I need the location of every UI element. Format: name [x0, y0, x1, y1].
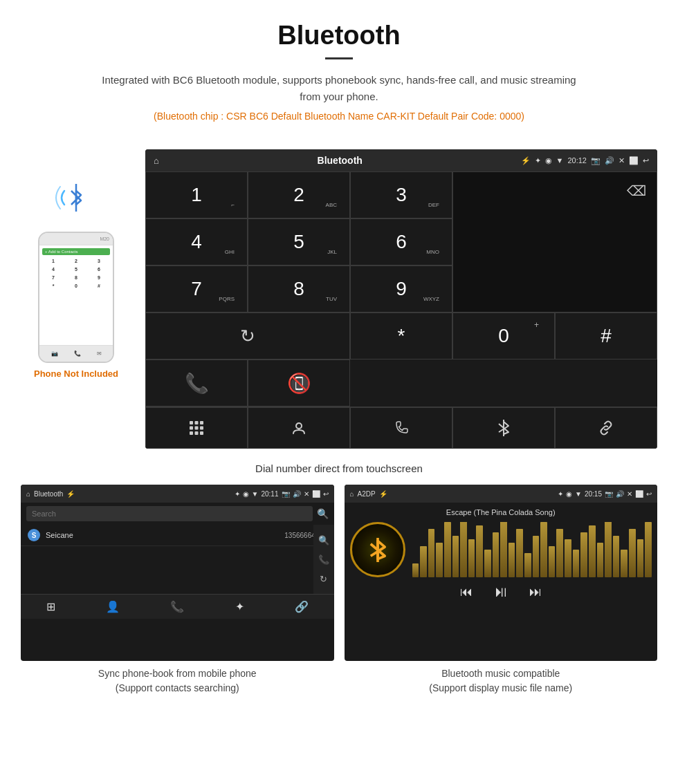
dial-key-4[interactable]: 4 GHI	[145, 218, 248, 265]
pb-bottom-bt-icon[interactable]: ✦	[235, 600, 244, 613]
pb-back-icon[interactable]: ↩	[323, 490, 329, 498]
eq-bar	[573, 550, 580, 577]
dial-key-5[interactable]: 5 JKL	[248, 218, 350, 265]
music-home-icon[interactable]: ⌂	[350, 490, 354, 498]
phone-call-icon: 📞	[74, 351, 81, 357]
music-title: A2DP	[358, 490, 376, 498]
music-main-area	[350, 522, 652, 577]
fast-forward-button[interactable]: ⏭	[529, 585, 542, 599]
pb-sidebar-search-icon[interactable]: 🔍	[318, 535, 329, 545]
pb-home-icon[interactable]: ⌂	[26, 490, 30, 498]
phone-bottom-button[interactable]	[350, 407, 452, 449]
dial-key-star[interactable]: *	[350, 312, 452, 360]
eq-bar	[533, 536, 540, 577]
eq-bar	[621, 550, 627, 577]
eq-bar	[580, 532, 587, 577]
pb-title: Bluetooth	[34, 490, 63, 498]
eq-bar	[629, 529, 636, 577]
music-content-area: Escape (The Pina Colada Song)	[345, 503, 658, 612]
window-icon[interactable]: ⬜	[629, 156, 639, 165]
dial-key-3[interactable]: 3 DEF	[350, 171, 452, 218]
phone-not-included-label: Phone Not Included	[34, 368, 118, 379]
eq-bar	[516, 529, 523, 577]
back-icon[interactable]: ↩	[643, 156, 649, 165]
pb-cam-icon[interactable]: 📷	[282, 490, 290, 498]
music-song-title: Escape (The Pina Colada Song)	[446, 508, 556, 516]
music-bt-icon: ✦	[558, 490, 563, 498]
pb-bottom-link-icon[interactable]: 🔗	[295, 600, 309, 613]
phone-key-6: 6	[88, 265, 110, 273]
phone-key-5: 5	[65, 265, 87, 273]
key-2-main: 2	[293, 184, 304, 206]
play-pause-button[interactable]: ⏯	[493, 583, 508, 601]
phone-bottom-icon	[394, 420, 409, 436]
eq-bar	[476, 525, 483, 577]
svg-rect-3	[200, 421, 203, 424]
music-wifi-icon: ▼	[575, 490, 582, 498]
dialpad-button[interactable]	[145, 407, 248, 449]
pb-contact-row[interactable]: S Seicane 13566664466	[21, 525, 334, 546]
eq-bar	[637, 539, 644, 577]
pb-sidebar-phone-icon[interactable]: 📞	[318, 554, 329, 565]
dial-key-2[interactable]: 2 ABC	[248, 171, 350, 218]
link-icon	[598, 420, 614, 436]
pb-win-icon[interactable]: ⬜	[312, 490, 320, 498]
close-icon[interactable]: ✕	[619, 156, 625, 165]
header-divider	[325, 57, 353, 59]
status-time: 20:12	[567, 156, 587, 165]
key-3-main: 3	[396, 184, 407, 206]
phone-illustration: M20 + Add to Contacts 1 2 3 4 5 6 7 8 9 …	[21, 149, 131, 379]
dial-key-0[interactable]: 0 +	[452, 312, 555, 360]
bluetooth-bottom-icon	[497, 420, 510, 436]
music-time: 20:15	[585, 490, 602, 498]
page-header: Bluetooth Integrated with BC6 Bluetooth …	[0, 0, 678, 142]
rewind-button[interactable]: ⏮	[460, 585, 473, 599]
dial-key-hash[interactable]: #	[555, 312, 657, 360]
pb-status-bar: ⌂ Bluetooth ⚡ ✦ ◉ ▼ 20:11 📷 🔊 ✕ ⬜ ↩	[21, 485, 334, 503]
backspace-icon[interactable]: ⌫	[616, 172, 657, 209]
album-art	[350, 522, 405, 577]
home-icon[interactable]: ⌂	[154, 156, 159, 166]
music-cam-icon[interactable]: 📷	[605, 490, 613, 498]
dial-key-1[interactable]: 1 ⌐	[145, 171, 248, 218]
dial-key-7[interactable]: 7 PQRS	[145, 265, 248, 312]
volume-icon[interactable]: 🔊	[605, 156, 614, 165]
dial-key-8[interactable]: 8 TUV	[248, 265, 350, 312]
phone-key-4: 4	[42, 265, 64, 273]
call-button[interactable]: 📞	[145, 360, 248, 407]
equalizer-visual	[412, 522, 652, 577]
link-bottom-button[interactable]	[555, 407, 657, 449]
bluetooth-bottom-button[interactable]	[452, 407, 555, 449]
svg-rect-6	[200, 427, 203, 430]
pb-sidebar-refresh-icon[interactable]: ↻	[320, 574, 327, 584]
usb-icon: ⚡	[521, 156, 531, 165]
key-6-sub: MNO	[426, 249, 439, 255]
music-status-left: ⌂ A2DP ⚡	[350, 490, 387, 498]
pb-time: 20:11	[261, 490, 278, 498]
phone-dial-grid: 1 2 3 4 5 6 7 8 9 * 0 #	[42, 257, 110, 290]
eq-bar	[460, 522, 467, 577]
pb-vol-icon[interactable]: 🔊	[293, 490, 301, 498]
music-back-icon[interactable]: ↩	[646, 490, 652, 498]
key-8-main: 8	[293, 278, 304, 300]
pb-bottom-contacts-icon[interactable]: 👤	[106, 600, 120, 613]
redial-button[interactable]: ↻	[145, 312, 350, 360]
music-close-icon[interactable]: ✕	[627, 490, 632, 498]
pb-close-icon[interactable]: ✕	[304, 490, 309, 498]
phone-key-hash: #	[88, 282, 110, 290]
end-call-button[interactable]: 📵	[248, 360, 350, 407]
dial-key-9[interactable]: 9 WXYZ	[350, 265, 452, 312]
pb-search-icon[interactable]: 🔍	[317, 508, 329, 519]
eq-bar	[428, 529, 435, 577]
eq-bar	[452, 536, 459, 577]
pb-bottom-dialpad-icon[interactable]: ⊞	[46, 600, 55, 613]
dial-key-6[interactable]: 6 MNO	[350, 218, 452, 265]
music-win-icon[interactable]: ⬜	[635, 490, 643, 498]
music-vol-icon[interactable]: 🔊	[616, 490, 624, 498]
camera-icon[interactable]: 📷	[591, 156, 601, 165]
bottom-screenshots: ⌂ Bluetooth ⚡ ✦ ◉ ▼ 20:11 📷 🔊 ✕ ⬜ ↩	[0, 485, 678, 709]
pb-bottom-calls-icon[interactable]: 📞	[170, 600, 184, 613]
eq-bar	[500, 522, 507, 577]
contacts-button[interactable]	[248, 407, 350, 449]
pb-search-input[interactable]	[26, 506, 313, 521]
